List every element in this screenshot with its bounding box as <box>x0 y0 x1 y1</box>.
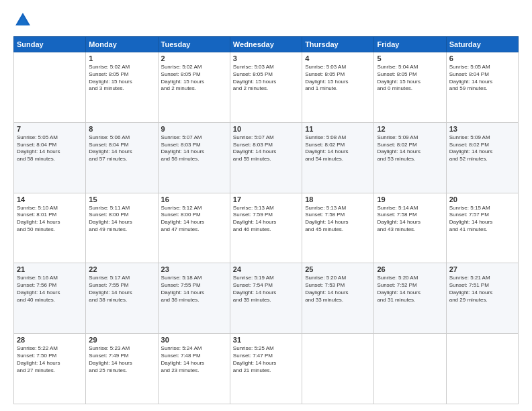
calendar-cell <box>374 334 446 404</box>
logo <box>13 11 35 30</box>
calendar-cell: 19Sunrise: 5:14 AM Sunset: 7:58 PM Dayli… <box>374 193 446 263</box>
cell-info: Sunrise: 5:06 AM Sunset: 8:04 PM Dayligh… <box>89 134 154 163</box>
day-number: 1 <box>89 54 154 62</box>
header <box>13 11 519 30</box>
cell-info: Sunrise: 5:05 AM Sunset: 8:04 PM Dayligh… <box>449 64 515 93</box>
page: SundayMondayTuesdayWednesdayThursdayFrid… <box>0 0 532 411</box>
cell-info: Sunrise: 5:12 AM Sunset: 8:00 PM Dayligh… <box>161 205 227 234</box>
cell-info: Sunrise: 5:19 AM Sunset: 7:54 PM Dayligh… <box>233 275 299 304</box>
cell-info: Sunrise: 5:09 AM Sunset: 8:02 PM Dayligh… <box>377 134 443 163</box>
calendar-cell <box>446 334 518 404</box>
cell-info: Sunrise: 5:03 AM Sunset: 8:05 PM Dayligh… <box>305 64 371 93</box>
day-number: 15 <box>89 195 154 203</box>
day-number: 26 <box>377 265 443 273</box>
cell-info: Sunrise: 5:07 AM Sunset: 8:03 PM Dayligh… <box>161 134 227 163</box>
calendar-header-tuesday: Tuesday <box>158 37 230 52</box>
calendar-week-3: 14Sunrise: 5:10 AM Sunset: 8:01 PM Dayli… <box>14 193 519 263</box>
calendar-cell: 7Sunrise: 5:05 AM Sunset: 8:04 PM Daylig… <box>14 122 86 193</box>
day-number: 3 <box>233 54 299 62</box>
day-number: 5 <box>377 54 443 62</box>
cell-info: Sunrise: 5:07 AM Sunset: 8:03 PM Dayligh… <box>233 134 299 163</box>
day-number: 16 <box>161 195 227 203</box>
calendar-header-sunday: Sunday <box>14 37 86 52</box>
cell-info: Sunrise: 5:13 AM Sunset: 7:59 PM Dayligh… <box>233 205 299 234</box>
day-number: 4 <box>305 54 371 62</box>
calendar-cell: 28Sunrise: 5:22 AM Sunset: 7:50 PM Dayli… <box>14 334 86 404</box>
calendar-header-monday: Monday <box>86 37 158 52</box>
cell-info: Sunrise: 5:03 AM Sunset: 8:05 PM Dayligh… <box>233 64 299 93</box>
cell-info: Sunrise: 5:16 AM Sunset: 7:56 PM Dayligh… <box>17 275 83 304</box>
calendar-cell <box>14 52 86 123</box>
calendar-cell: 17Sunrise: 5:13 AM Sunset: 7:59 PM Dayli… <box>230 193 302 263</box>
cell-info: Sunrise: 5:23 AM Sunset: 7:49 PM Dayligh… <box>89 345 154 374</box>
calendar-cell: 1Sunrise: 5:02 AM Sunset: 8:05 PM Daylig… <box>86 52 158 123</box>
day-number: 12 <box>377 125 443 133</box>
calendar-cell: 24Sunrise: 5:19 AM Sunset: 7:54 PM Dayli… <box>230 263 302 334</box>
calendar-table: SundayMondayTuesdayWednesdayThursdayFrid… <box>13 36 519 404</box>
day-number: 13 <box>449 125 515 133</box>
cell-info: Sunrise: 5:25 AM Sunset: 7:47 PM Dayligh… <box>233 345 299 374</box>
day-number: 7 <box>17 125 83 133</box>
calendar-week-4: 21Sunrise: 5:16 AM Sunset: 7:56 PM Dayli… <box>14 263 519 334</box>
calendar-cell: 2Sunrise: 5:02 AM Sunset: 8:05 PM Daylig… <box>158 52 230 123</box>
day-number: 9 <box>161 125 227 133</box>
day-number: 8 <box>89 125 154 133</box>
calendar-cell: 15Sunrise: 5:11 AM Sunset: 8:00 PM Dayli… <box>86 193 158 263</box>
cell-info: Sunrise: 5:02 AM Sunset: 8:05 PM Dayligh… <box>89 64 154 93</box>
cell-info: Sunrise: 5:08 AM Sunset: 8:02 PM Dayligh… <box>305 134 371 163</box>
day-number: 14 <box>17 195 83 203</box>
calendar-cell: 4Sunrise: 5:03 AM Sunset: 8:05 PM Daylig… <box>302 52 374 123</box>
calendar-header-friday: Friday <box>374 37 446 52</box>
calendar-cell: 21Sunrise: 5:16 AM Sunset: 7:56 PM Dayli… <box>14 263 86 334</box>
calendar-cell: 25Sunrise: 5:20 AM Sunset: 7:53 PM Dayli… <box>302 263 374 334</box>
cell-info: Sunrise: 5:13 AM Sunset: 7:58 PM Dayligh… <box>305 205 371 234</box>
calendar-cell: 22Sunrise: 5:17 AM Sunset: 7:55 PM Dayli… <box>86 263 158 334</box>
calendar-week-5: 28Sunrise: 5:22 AM Sunset: 7:50 PM Dayli… <box>14 334 519 404</box>
cell-info: Sunrise: 5:11 AM Sunset: 8:00 PM Dayligh… <box>89 205 154 234</box>
calendar-cell <box>302 334 374 404</box>
day-number: 25 <box>305 265 371 273</box>
day-number: 23 <box>161 265 227 273</box>
day-number: 24 <box>233 265 299 273</box>
day-number: 2 <box>161 54 227 62</box>
calendar-cell: 27Sunrise: 5:21 AM Sunset: 7:51 PM Dayli… <box>446 263 518 334</box>
cell-info: Sunrise: 5:04 AM Sunset: 8:05 PM Dayligh… <box>377 64 443 93</box>
day-number: 11 <box>305 125 371 133</box>
cell-info: Sunrise: 5:17 AM Sunset: 7:55 PM Dayligh… <box>89 275 154 304</box>
calendar-header-row: SundayMondayTuesdayWednesdayThursdayFrid… <box>14 37 519 52</box>
calendar-cell: 12Sunrise: 5:09 AM Sunset: 8:02 PM Dayli… <box>374 122 446 193</box>
calendar-cell: 18Sunrise: 5:13 AM Sunset: 7:58 PM Dayli… <box>302 193 374 263</box>
cell-info: Sunrise: 5:21 AM Sunset: 7:51 PM Dayligh… <box>449 275 515 304</box>
day-number: 17 <box>233 195 299 203</box>
day-number: 28 <box>17 336 83 344</box>
calendar-cell: 16Sunrise: 5:12 AM Sunset: 8:00 PM Dayli… <box>158 193 230 263</box>
calendar-cell: 6Sunrise: 5:05 AM Sunset: 8:04 PM Daylig… <box>446 52 518 123</box>
calendar-cell: 30Sunrise: 5:24 AM Sunset: 7:48 PM Dayli… <box>158 334 230 404</box>
cell-info: Sunrise: 5:22 AM Sunset: 7:50 PM Dayligh… <box>17 345 83 374</box>
calendar-cell: 31Sunrise: 5:25 AM Sunset: 7:47 PM Dayli… <box>230 334 302 404</box>
calendar-cell: 3Sunrise: 5:03 AM Sunset: 8:05 PM Daylig… <box>230 52 302 123</box>
calendar-header-wednesday: Wednesday <box>230 37 302 52</box>
calendar-cell: 8Sunrise: 5:06 AM Sunset: 8:04 PM Daylig… <box>86 122 158 193</box>
day-number: 22 <box>89 265 154 273</box>
day-number: 30 <box>161 336 227 344</box>
calendar-header-thursday: Thursday <box>302 37 374 52</box>
calendar-cell: 14Sunrise: 5:10 AM Sunset: 8:01 PM Dayli… <box>14 193 86 263</box>
calendar-cell: 11Sunrise: 5:08 AM Sunset: 8:02 PM Dayli… <box>302 122 374 193</box>
cell-info: Sunrise: 5:15 AM Sunset: 7:57 PM Dayligh… <box>449 205 515 234</box>
day-number: 19 <box>377 195 443 203</box>
cell-info: Sunrise: 5:24 AM Sunset: 7:48 PM Dayligh… <box>161 345 227 374</box>
cell-info: Sunrise: 5:14 AM Sunset: 7:58 PM Dayligh… <box>377 205 443 234</box>
cell-info: Sunrise: 5:09 AM Sunset: 8:02 PM Dayligh… <box>449 134 515 163</box>
logo-icon <box>13 11 32 30</box>
day-number: 18 <box>305 195 371 203</box>
calendar-cell: 9Sunrise: 5:07 AM Sunset: 8:03 PM Daylig… <box>158 122 230 193</box>
cell-info: Sunrise: 5:18 AM Sunset: 7:55 PM Dayligh… <box>161 275 227 304</box>
day-number: 6 <box>449 54 515 62</box>
cell-info: Sunrise: 5:20 AM Sunset: 7:52 PM Dayligh… <box>377 275 443 304</box>
cell-info: Sunrise: 5:02 AM Sunset: 8:05 PM Dayligh… <box>161 64 227 93</box>
day-number: 20 <box>449 195 515 203</box>
day-number: 31 <box>233 336 299 344</box>
day-number: 27 <box>449 265 515 273</box>
calendar-cell: 29Sunrise: 5:23 AM Sunset: 7:49 PM Dayli… <box>86 334 158 404</box>
